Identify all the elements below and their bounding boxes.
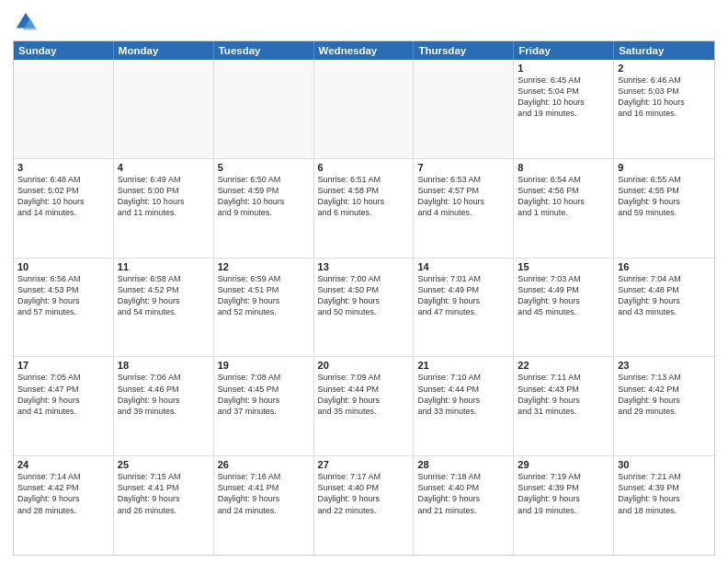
day-cell-5: 5Sunrise: 6:50 AMSunset: 4:59 PMDaylight… [214,159,314,258]
day-number: 27 [318,459,410,470]
calendar-week-1: 1Sunrise: 6:45 AMSunset: 5:04 PMDaylight… [14,60,714,159]
empty-cell [214,60,314,158]
empty-cell [114,60,214,158]
day-cell-27: 27Sunrise: 7:17 AMSunset: 4:40 PMDayligh… [314,456,415,555]
day-number: 12 [218,261,310,272]
day-number: 14 [417,261,509,272]
day-info: Sunrise: 7:03 AMSunset: 4:49 PMDaylight:… [518,273,609,318]
day-info: Sunrise: 6:59 AMSunset: 4:51 PMDaylight:… [218,273,310,318]
day-info: Sunrise: 7:13 AMSunset: 4:42 PMDaylight:… [618,372,711,417]
day-info: Sunrise: 6:56 AMSunset: 4:53 PMDaylight:… [17,273,109,318]
day-cell-28: 28Sunrise: 7:18 AMSunset: 4:40 PMDayligh… [414,456,514,555]
day-info: Sunrise: 6:49 AMSunset: 5:00 PMDaylight:… [118,174,210,219]
day-cell-23: 23Sunrise: 7:13 AMSunset: 4:42 PMDayligh… [614,357,714,455]
day-cell-25: 25Sunrise: 7:15 AMSunset: 4:41 PMDayligh… [114,456,214,555]
day-cell-10: 10Sunrise: 6:56 AMSunset: 4:53 PMDayligh… [14,259,114,357]
day-number: 6 [318,162,410,173]
weekday-header-sunday: Sunday [14,41,114,60]
day-cell-19: 19Sunrise: 7:08 AMSunset: 4:45 PMDayligh… [214,357,314,455]
day-cell-15: 15Sunrise: 7:03 AMSunset: 4:49 PMDayligh… [514,259,614,357]
day-cell-20: 20Sunrise: 7:09 AMSunset: 4:44 PMDayligh… [314,357,415,455]
day-info: Sunrise: 7:15 AMSunset: 4:41 PMDaylight:… [118,471,210,516]
day-number: 10 [17,261,109,272]
day-number: 23 [618,360,711,371]
weekday-header-wednesday: Wednesday [314,41,415,60]
day-number: 18 [118,360,210,371]
empty-cell [14,60,114,158]
day-info: Sunrise: 7:18 AMSunset: 4:40 PMDaylight:… [417,471,509,516]
day-number: 28 [417,459,509,470]
day-cell-4: 4Sunrise: 6:49 AMSunset: 5:00 PMDaylight… [114,159,214,258]
page: SundayMondayTuesdayWednesdayThursdayFrid… [0,0,728,563]
calendar-body: 1Sunrise: 6:45 AMSunset: 5:04 PMDaylight… [14,60,714,555]
calendar-week-5: 24Sunrise: 7:14 AMSunset: 4:42 PMDayligh… [14,456,714,555]
day-number: 24 [17,459,109,470]
day-info: Sunrise: 6:55 AMSunset: 4:55 PMDaylight:… [618,174,711,219]
day-cell-2: 2Sunrise: 6:46 AMSunset: 5:03 PMDaylight… [614,60,714,158]
day-info: Sunrise: 7:10 AMSunset: 4:44 PMDaylight:… [417,372,509,417]
day-cell-24: 24Sunrise: 7:14 AMSunset: 4:42 PMDayligh… [14,456,114,555]
day-cell-12: 12Sunrise: 6:59 AMSunset: 4:51 PMDayligh… [214,259,314,357]
calendar-header-row: SundayMondayTuesdayWednesdayThursdayFrid… [14,41,714,60]
day-cell-13: 13Sunrise: 7:00 AMSunset: 4:50 PMDayligh… [314,259,415,357]
day-cell-9: 9Sunrise: 6:55 AMSunset: 4:55 PMDaylight… [614,159,714,258]
header [13,9,715,35]
day-info: Sunrise: 7:21 AMSunset: 4:39 PMDaylight:… [618,471,711,516]
day-info: Sunrise: 6:46 AMSunset: 5:03 PMDaylight:… [618,75,711,120]
day-info: Sunrise: 6:58 AMSunset: 4:52 PMDaylight:… [118,273,210,318]
day-info: Sunrise: 7:11 AMSunset: 4:43 PMDaylight:… [518,372,609,417]
day-cell-22: 22Sunrise: 7:11 AMSunset: 4:43 PMDayligh… [514,357,614,455]
calendar: SundayMondayTuesdayWednesdayThursdayFrid… [13,40,715,556]
day-number: 13 [318,261,410,272]
day-cell-11: 11Sunrise: 6:58 AMSunset: 4:52 PMDayligh… [114,259,214,357]
day-cell-7: 7Sunrise: 6:53 AMSunset: 4:57 PMDaylight… [414,159,514,258]
day-info: Sunrise: 7:00 AMSunset: 4:50 PMDaylight:… [318,273,410,318]
day-cell-26: 26Sunrise: 7:16 AMSunset: 4:41 PMDayligh… [214,456,314,555]
day-cell-21: 21Sunrise: 7:10 AMSunset: 4:44 PMDayligh… [414,357,514,455]
day-info: Sunrise: 6:48 AMSunset: 5:02 PMDaylight:… [17,174,109,219]
weekday-header-monday: Monday [114,41,214,60]
day-cell-6: 6Sunrise: 6:51 AMSunset: 4:58 PMDaylight… [314,159,415,258]
weekday-header-thursday: Thursday [414,41,514,60]
day-info: Sunrise: 6:54 AMSunset: 4:56 PMDaylight:… [518,174,609,219]
calendar-week-2: 3Sunrise: 6:48 AMSunset: 5:02 PMDaylight… [14,159,714,259]
calendar-week-4: 17Sunrise: 7:05 AMSunset: 4:47 PMDayligh… [14,357,714,456]
day-info: Sunrise: 7:01 AMSunset: 4:49 PMDaylight:… [417,273,509,318]
day-cell-14: 14Sunrise: 7:01 AMSunset: 4:49 PMDayligh… [414,259,514,357]
day-number: 20 [318,360,410,371]
day-info: Sunrise: 7:09 AMSunset: 4:44 PMDaylight:… [318,372,410,417]
day-info: Sunrise: 7:17 AMSunset: 4:40 PMDaylight:… [318,471,410,516]
day-number: 2 [618,63,711,74]
day-info: Sunrise: 6:51 AMSunset: 4:58 PMDaylight:… [318,174,410,219]
day-number: 19 [218,360,310,371]
day-number: 7 [417,162,509,173]
day-number: 21 [417,360,509,371]
calendar-week-3: 10Sunrise: 6:56 AMSunset: 4:53 PMDayligh… [14,259,714,358]
day-info: Sunrise: 6:45 AMSunset: 5:04 PMDaylight:… [518,75,609,120]
day-number: 15 [518,261,609,272]
day-number: 17 [17,360,109,371]
logo-icon [13,9,39,35]
day-number: 30 [618,459,711,470]
day-number: 16 [618,261,711,272]
day-cell-16: 16Sunrise: 7:04 AMSunset: 4:48 PMDayligh… [614,259,714,357]
day-info: Sunrise: 7:19 AMSunset: 4:39 PMDaylight:… [518,471,609,516]
day-number: 4 [118,162,210,173]
empty-cell [414,60,514,158]
day-info: Sunrise: 6:53 AMSunset: 4:57 PMDaylight:… [417,174,509,219]
day-cell-30: 30Sunrise: 7:21 AMSunset: 4:39 PMDayligh… [614,456,714,555]
empty-cell [314,60,415,158]
day-cell-17: 17Sunrise: 7:05 AMSunset: 4:47 PMDayligh… [14,357,114,455]
day-number: 26 [218,459,310,470]
day-cell-18: 18Sunrise: 7:06 AMSunset: 4:46 PMDayligh… [114,357,214,455]
day-number: 22 [518,360,609,371]
day-number: 29 [518,459,609,470]
day-info: Sunrise: 7:14 AMSunset: 4:42 PMDaylight:… [17,471,109,516]
day-info: Sunrise: 6:50 AMSunset: 4:59 PMDaylight:… [218,174,310,219]
day-cell-1: 1Sunrise: 6:45 AMSunset: 5:04 PMDaylight… [514,60,614,158]
day-number: 25 [118,459,210,470]
day-info: Sunrise: 7:06 AMSunset: 4:46 PMDaylight:… [118,372,210,417]
day-info: Sunrise: 7:04 AMSunset: 4:48 PMDaylight:… [618,273,711,318]
day-number: 3 [17,162,109,173]
weekday-header-tuesday: Tuesday [214,41,314,60]
